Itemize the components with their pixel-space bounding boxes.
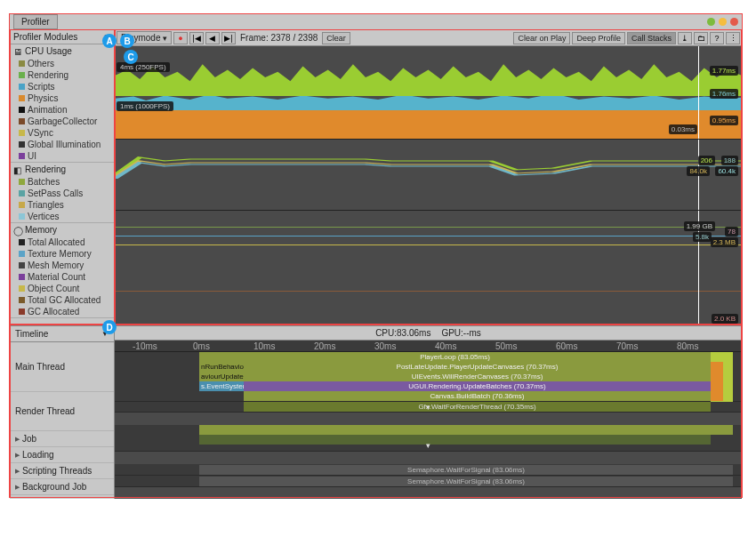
color-swatch xyxy=(19,285,25,292)
category-vertices[interactable]: Vertices xyxy=(10,211,114,222)
frame-counter: Frame: 2378 / 2398 xyxy=(237,33,320,43)
color-swatch xyxy=(19,95,25,101)
category-rendering[interactable]: Rendering xyxy=(10,69,114,81)
color-swatch xyxy=(19,309,25,315)
category-vsync[interactable]: VSync xyxy=(10,127,114,139)
tick: 70ms xyxy=(616,341,638,351)
memory-chart[interactable]: 1.99 GB 5.8k 78 2.3 MB 2.0 KB xyxy=(115,211,742,325)
category-animation[interactable]: Animation xyxy=(10,104,114,116)
bar-behav2[interactable]: aviourUpdate (8.44 xyxy=(199,372,244,381)
thread-loading[interactable]: ▶Loading xyxy=(10,447,114,463)
collapse-icon[interactable]: ▾ xyxy=(426,441,430,450)
category-label: Object Count xyxy=(28,284,79,293)
bar-postlate[interactable]: PostLateUpdate.PlayerUpdateCanvases (70.… xyxy=(244,362,711,372)
frame-next-button[interactable]: ▶| xyxy=(221,32,236,44)
category-label: Total Allocated xyxy=(28,237,85,247)
thread-bg[interactable]: ▶Background Job xyxy=(10,479,114,495)
bar-ugui[interactable]: UGUI.Rendering.UpdateBatches (70.37ms) xyxy=(244,381,711,391)
category-gc-allocated[interactable]: GC Allocated xyxy=(10,306,114,317)
clear-on-play-button[interactable]: Clear on Play xyxy=(513,32,570,44)
category-total-gc-allocated[interactable]: Total GC Allocated xyxy=(10,294,114,306)
category-batches[interactable]: Batches xyxy=(10,176,114,188)
readout-setpass: 188 xyxy=(721,156,738,165)
collapse-icon[interactable]: ▾ xyxy=(426,403,430,412)
category-ui[interactable]: UI xyxy=(10,150,114,162)
frame-cursor[interactable] xyxy=(698,46,699,139)
view-dropdown[interactable]: Timeline▼ xyxy=(10,326,114,342)
cpu-chart[interactable]: 4ms (250FPS) 1ms (1000FPS) 1.77ms 1.76ms… xyxy=(115,46,742,140)
color-swatch xyxy=(19,213,25,220)
category-garbagecollector[interactable]: GarbageCollector xyxy=(10,116,114,127)
category-global-illumination[interactable]: Global Illumination xyxy=(10,139,114,150)
category-physics[interactable]: Physics xyxy=(10,92,114,104)
readout-tris: 84.0k xyxy=(687,166,710,176)
close-icon[interactable] xyxy=(730,18,738,26)
bar-tail-orange[interactable] xyxy=(711,362,723,401)
callout-a: A xyxy=(102,34,117,48)
module-rendering[interactable]: ◧Rendering BatchesSetPass CallsTriangles… xyxy=(10,163,114,223)
category-label: Batches xyxy=(28,177,60,187)
thread-job[interactable]: ▶Job xyxy=(10,431,114,447)
svg-marker-0 xyxy=(115,93,742,110)
thread-main[interactable]: Main Thread xyxy=(10,342,114,392)
modules-dropdown[interactable]: Profiler Modules ▼ xyxy=(10,30,114,44)
rendering-chart[interactable]: 206 188 84.0k 60.4k xyxy=(115,140,742,211)
color-swatch xyxy=(19,297,25,303)
gpu-time-label: GPU:--ms xyxy=(441,328,480,338)
readout-verts: 60.4k xyxy=(715,166,738,176)
category-scripts[interactable]: Scripts xyxy=(10,81,114,92)
bar-evsys[interactable]: s.EventSystems:Ev xyxy=(199,381,244,391)
category-mesh-memory[interactable]: Mesh Memory xyxy=(10,260,114,271)
readout-tex: 5.8k xyxy=(693,232,712,242)
color-swatch xyxy=(19,84,25,90)
bar-sem1[interactable]: Semaphore.WaitForSignal (83.06ms) xyxy=(199,465,733,475)
tick: 50ms xyxy=(495,341,517,351)
menu-button[interactable]: ⋮ xyxy=(726,32,740,44)
chart-stack[interactable]: 4ms (250FPS) 1ms (1000FPS) 1.77ms 1.76ms… xyxy=(115,46,742,325)
category-setpass-calls[interactable]: SetPass Calls xyxy=(10,188,114,199)
category-total-allocated[interactable]: Total Allocated xyxy=(10,236,114,248)
color-swatch xyxy=(19,130,25,136)
save-button[interactable]: ⤓ xyxy=(678,32,692,44)
help-button[interactable]: ? xyxy=(710,32,724,44)
color-swatch xyxy=(19,190,25,196)
call-stacks-button[interactable]: Call Stacks xyxy=(627,32,676,44)
bar-sem2[interactable]: Semaphore.WaitForSignal (83.06ms) xyxy=(199,477,733,486)
category-texture-memory[interactable]: Texture Memory xyxy=(10,248,114,260)
bar-render-mid[interactable] xyxy=(199,435,711,445)
timeline-tracks[interactable]: PlayerLoop (83.05ms) nRunBehaviourUpd. P… xyxy=(115,352,742,499)
frame-prev-button[interactable]: ◀ xyxy=(205,32,220,44)
clear-button[interactable]: Clear xyxy=(322,32,350,44)
tick: 0ms xyxy=(193,341,210,351)
category-material-count[interactable]: Material Count xyxy=(10,271,114,283)
thread-list: Timeline▼ Main Thread Render Thread ▶Job… xyxy=(10,326,115,499)
bar-gfxwait[interactable]: Gfx.WaitForRenderThread (70.35ms) xyxy=(244,402,711,412)
maximize-icon[interactable] xyxy=(719,18,727,26)
time-ruler[interactable]: -10ms0ms10ms20ms30ms40ms50ms60ms70ms80ms xyxy=(115,341,742,352)
profiler-toolbar: Playmode ▾ ● |◀ ◀ ▶| Frame: 2378 / 2398 … xyxy=(115,30,742,46)
category-others[interactable]: Others xyxy=(10,58,114,69)
bar-canvas[interactable]: Canvas.BuildBatch (70.36ms) xyxy=(244,391,711,401)
thread-render[interactable]: Render Thread xyxy=(10,392,114,431)
record-button[interactable]: ● xyxy=(173,32,188,44)
window-controls xyxy=(707,18,738,26)
color-swatch xyxy=(19,107,25,113)
module-cpu[interactable]: 🖥CPU Usage OthersRenderingScriptsPhysics… xyxy=(10,44,114,163)
category-triangles[interactable]: Triangles xyxy=(10,199,114,211)
window-tab[interactable]: Profiler xyxy=(13,14,58,29)
bar-uievents[interactable]: UIEvents.WillRenderCanvases (70.37ms) xyxy=(244,372,711,381)
thread-scripting[interactable]: ▶Scripting Threads xyxy=(10,463,114,479)
category-object-count[interactable]: Object Count xyxy=(10,283,114,294)
frame-first-button[interactable]: |◀ xyxy=(189,32,204,44)
bar-render-top[interactable] xyxy=(199,425,733,435)
tick: 80ms xyxy=(677,341,698,351)
details-panel: Timeline▼ Main Thread Render Thread ▶Job… xyxy=(10,325,742,499)
callout-b: B xyxy=(120,34,134,48)
load-button[interactable]: 🗀 xyxy=(694,32,708,44)
minimize-icon[interactable] xyxy=(707,18,715,26)
deep-profile-button[interactable]: Deep Profile xyxy=(572,32,625,44)
bar-playerloop[interactable]: PlayerLoop (83.05ms) xyxy=(199,352,711,362)
timeline-view[interactable]: CPU:83.06ms GPU:--ms -10ms0ms10ms20ms30m… xyxy=(115,326,742,499)
bar-behav1[interactable]: nRunBehaviourUpd. xyxy=(199,362,244,372)
module-memory[interactable]: ◯Memory Total AllocatedTexture MemoryMes… xyxy=(10,223,114,318)
